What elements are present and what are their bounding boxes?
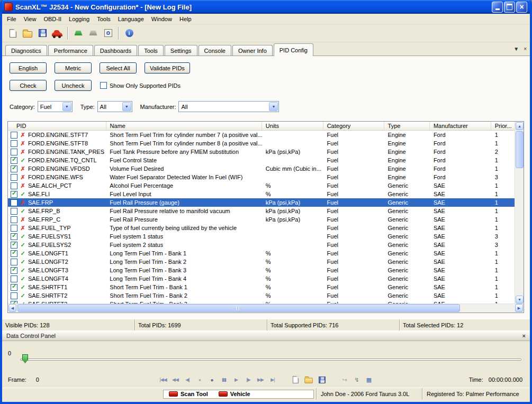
connect-button[interactable]: [71, 26, 86, 41]
table-row[interactable]: ✓ ✓ SAE.LONGFT4 Long Term Fuel Trim - Ba…: [8, 274, 516, 283]
row-checkbox[interactable]: ✓: [11, 216, 17, 223]
skip-start-icon[interactable]: |◀◀: [159, 377, 167, 382]
chevron-down-icon[interactable]: ▼: [62, 102, 71, 111]
table-row[interactable]: ✓ ✗ FORD.ENGINE.VFDSD Volume Fuel Desire…: [8, 164, 516, 173]
send-icon[interactable]: ↪: [340, 377, 349, 383]
stop-icon[interactable]: ●: [208, 377, 216, 383]
menu-item-logging[interactable]: Logging: [65, 14, 93, 24]
row-checkbox[interactable]: ✓: [11, 166, 17, 172]
check-button[interactable]: Check: [10, 80, 47, 91]
column-header-name[interactable]: Name: [106, 122, 262, 130]
row-checkbox[interactable]: ✓: [11, 284, 17, 291]
open-log-icon[interactable]: [304, 375, 312, 383]
validate-pids-button[interactable]: Validate PIDs: [145, 62, 190, 74]
category-select[interactable]: Fuel ▼: [38, 101, 73, 112]
playback-slider-thumb[interactable]: [22, 354, 28, 363]
column-header-units[interactable]: Units: [262, 122, 323, 130]
close-icon[interactable]: ×: [522, 333, 526, 339]
fast-forward-icon[interactable]: ▶▶: [256, 377, 265, 382]
record-icon[interactable]: ●: [195, 378, 204, 382]
minimize-button[interactable]: [492, 2, 503, 13]
tab-owner-info[interactable]: Owner Info: [232, 45, 273, 56]
type-select[interactable]: All ▼: [97, 101, 132, 112]
skip-end-icon[interactable]: ▶|: [268, 377, 277, 382]
tab-menu-chevron-icon[interactable]: ▼: [513, 47, 519, 52]
table-row[interactable]: ✓ ✗ SAE.FUEL_TYP Type of fuel currently …: [8, 224, 516, 232]
table-row[interactable]: ✓ ✓ SAE.LONGFT3 Long Term Fuel Trim - Ba…: [8, 266, 516, 274]
disconnect-button[interactable]: [86, 26, 101, 41]
row-checkbox[interactable]: ✓: [11, 174, 17, 181]
rewind-icon[interactable]: ◀◀: [171, 377, 179, 382]
row-checkbox[interactable]: ✓: [11, 157, 17, 164]
uncheck-button[interactable]: Uncheck: [55, 80, 92, 91]
table-row[interactable]: ✓ ✗ FORD.ENGINE.STFT8 Short Term Fuel Tr…: [8, 139, 516, 148]
table-row[interactable]: ✓ ✗ FORD.ENGINE.WFS Water Fuel Separator…: [8, 173, 516, 181]
pause-icon[interactable]: ▮▮: [220, 377, 228, 382]
menu-item-view[interactable]: View: [20, 14, 40, 24]
row-checkbox[interactable]: ✓: [11, 259, 17, 265]
menu-item-language[interactable]: Language: [114, 14, 148, 24]
row-checkbox[interactable]: ✓: [11, 233, 17, 240]
vehicle-button[interactable]: [50, 26, 65, 41]
tab-tools[interactable]: Tools: [138, 45, 164, 56]
tab-settings[interactable]: Settings: [165, 45, 197, 56]
row-checkbox[interactable]: ✓: [11, 199, 17, 206]
table-row[interactable]: ✓ ✗ SAE.ALCH_PCT Alcohol Fuel Percentage…: [8, 181, 516, 190]
play-icon[interactable]: ▶: [232, 377, 240, 382]
select-all-button[interactable]: Select All: [100, 62, 137, 74]
table-row[interactable]: ✓ ✓ SAE.FLI Fuel Level Input % Fuel Gene…: [8, 190, 516, 198]
save-button[interactable]: [35, 26, 50, 41]
table-row[interactable]: ✓ ✗ FORD.ENGINE.TANK_PRES Fuel Tank Pres…: [8, 148, 516, 156]
table-row[interactable]: ✓ ✓ SAE.SHRTFT2 Short Term Fuel Trim - B…: [8, 291, 516, 300]
step-back-icon[interactable]: ◀|: [183, 377, 192, 382]
new-log-icon[interactable]: [291, 375, 299, 383]
data-grid-icon[interactable]: ▦: [365, 377, 373, 383]
table-row[interactable]: ✓ ✓ SAE.FUELSYS2 Fuel system 2 status Fu…: [8, 241, 516, 249]
row-checkbox[interactable]: ✓: [11, 182, 17, 189]
chevron-down-icon[interactable]: ▼: [269, 102, 278, 111]
menu-item-file[interactable]: File: [3, 14, 20, 24]
row-checkbox[interactable]: ✓: [11, 208, 17, 215]
table-row[interactable]: ✓ ✓ FORD.ENGINE.TQ_CNTL Fuel Control Sta…: [8, 156, 516, 164]
row-checkbox[interactable]: ✓: [11, 250, 17, 257]
row-checkbox[interactable]: ✓: [11, 292, 17, 299]
scroll-left-icon[interactable]: ◀: [8, 304, 16, 312]
menu-item-help[interactable]: Help: [176, 14, 195, 24]
column-header-pid[interactable]: PID: [8, 122, 106, 130]
settings-button[interactable]: [101, 26, 115, 41]
show-only-supported-checkbox[interactable]: [100, 82, 107, 89]
row-checkbox[interactable]: ✓: [11, 242, 17, 249]
export-icon[interactable]: ↯: [353, 377, 361, 383]
column-header-type[interactable]: Type: [384, 122, 430, 130]
tab-dashboards[interactable]: Dashboards: [94, 45, 137, 56]
tab-close-icon[interactable]: ×: [524, 47, 527, 52]
english-button[interactable]: English: [10, 62, 47, 74]
tab-pid-config[interactable]: PID Config: [274, 43, 313, 56]
column-header-manufacturer[interactable]: Manufacturer: [430, 122, 491, 130]
menu-item-tools[interactable]: Tools: [93, 14, 114, 24]
scroll-down-icon[interactable]: ▼: [516, 296, 524, 304]
table-row[interactable]: ✓ ✓ SAE.SHRTFT1 Short Term Fuel Trim - B…: [8, 283, 516, 291]
close-button[interactable]: ×: [516, 2, 527, 13]
tab-performance[interactable]: Performance: [48, 45, 93, 56]
row-checkbox[interactable]: ✓: [11, 267, 17, 274]
vertical-scroll-thumb[interactable]: [516, 131, 524, 168]
table-row[interactable]: ✓ ✗ FORD.ENGINE.STFT7 Short Term Fuel Tr…: [8, 131, 516, 139]
row-checkbox[interactable]: ✓: [11, 132, 17, 139]
new-file-button[interactable]: [5, 26, 20, 41]
horizontal-scrollbar[interactable]: ◀ ▶: [8, 304, 524, 313]
table-row[interactable]: ✓ ✗ SAE.FRP Fuel Rail Pressure (gauge) k…: [8, 198, 516, 207]
open-button[interactable]: [20, 26, 35, 41]
row-checkbox[interactable]: ✓: [11, 276, 17, 282]
column-header-priority[interactable]: Prior...: [491, 122, 516, 130]
table-row[interactable]: ✓ ✗ SAE.FRP_C Fuel Rail Pressure kPa (ps…: [8, 215, 516, 224]
manufacturer-select[interactable]: All ▼: [178, 101, 279, 112]
tab-diagnostics[interactable]: Diagnostics: [5, 45, 47, 56]
table-row[interactable]: ✓ ✓ SAE.FRP_B Fuel Rail Pressure relativ…: [8, 207, 516, 215]
step-forward-icon[interactable]: |▶: [244, 377, 253, 382]
row-checkbox[interactable]: ✓: [11, 140, 17, 147]
row-checkbox[interactable]: ✓: [11, 191, 17, 198]
metric-button[interactable]: Metric: [55, 62, 92, 74]
row-checkbox[interactable]: ✓: [11, 149, 17, 155]
vertical-scrollbar[interactable]: ▲ ▼: [515, 122, 524, 304]
